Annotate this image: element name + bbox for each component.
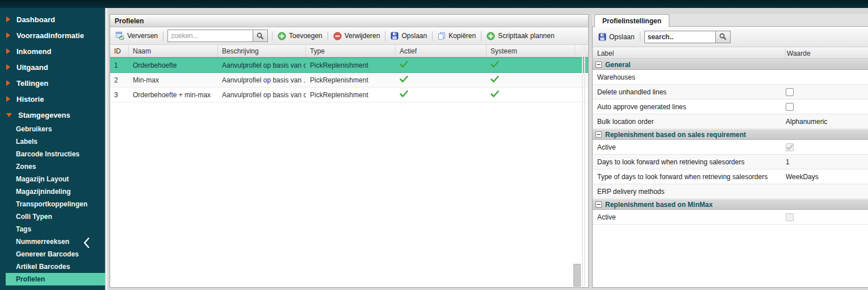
sidebar-item-barcode-instructies[interactable]: Barcode Instructies bbox=[0, 148, 105, 160]
toolbar-separator bbox=[481, 31, 481, 41]
settings-group-general[interactable]: General bbox=[593, 59, 868, 70]
setting-label: Bulk location order bbox=[593, 118, 786, 126]
settings-group-title: General bbox=[605, 61, 631, 69]
add-icon bbox=[487, 32, 495, 40]
setting-value bbox=[786, 88, 868, 96]
checkbox-delete-unhandled-lines[interactable] bbox=[786, 88, 794, 96]
refresh-icon bbox=[116, 32, 124, 40]
cell-naam: Min-max bbox=[129, 76, 218, 84]
setting-value bbox=[786, 103, 868, 111]
sidebar-item-tellingen[interactable]: Tellingen bbox=[0, 75, 105, 91]
add-icon bbox=[278, 32, 286, 40]
column-header-type[interactable]: Type bbox=[306, 45, 396, 57]
sidebar-item-gebruikers[interactable]: Gebruikers bbox=[0, 123, 105, 135]
column-header-label[interactable]: Label bbox=[593, 47, 786, 59]
sidebar-item-historie[interactable]: Historie bbox=[0, 91, 105, 107]
search-button[interactable] bbox=[253, 30, 268, 42]
check-icon bbox=[490, 61, 499, 68]
sidebar-item-label: Tellingen bbox=[16, 79, 48, 88]
check-icon bbox=[490, 76, 499, 82]
sidebar-collapse-button[interactable] bbox=[83, 237, 94, 249]
add-button[interactable]: Toevoegen bbox=[275, 31, 325, 42]
collapse-arrow-icon bbox=[6, 113, 12, 117]
schedule-script-button-label: Scripttaak plannen bbox=[498, 32, 554, 40]
sidebar-item-colli-typen[interactable]: Colli Typen bbox=[0, 210, 105, 223]
setting-label: Days to look forward when retrieving sal… bbox=[593, 158, 786, 166]
vertical-scrollbar-thumb[interactable] bbox=[573, 264, 581, 287]
profiles-search bbox=[167, 30, 268, 42]
column-header-systeem[interactable]: Systeem bbox=[487, 45, 575, 57]
add-button-label: Toevoegen bbox=[289, 32, 322, 40]
copy-icon bbox=[438, 32, 446, 40]
copy-button[interactable]: Kopiëren bbox=[435, 31, 479, 41]
column-header-naam[interactable]: Naam bbox=[129, 45, 218, 57]
column-header-beschrijving[interactable]: Beschrijving bbox=[218, 45, 306, 57]
column-header-waarde[interactable]: Waarde bbox=[786, 47, 868, 59]
sidebar-item-magazijn-layout[interactable]: Magazijn Layout bbox=[0, 173, 105, 185]
table-row[interactable]: 1OrderbehoefteAanvulprofiel op basis van… bbox=[110, 57, 588, 73]
sidebar-item-genereer-barcodes[interactable]: Genereer Barcodes bbox=[0, 248, 105, 260]
settings-group-title: Replenishment based on sales requirement bbox=[605, 131, 746, 139]
expand-arrow-icon bbox=[6, 80, 10, 86]
settings-search-input[interactable] bbox=[644, 31, 715, 43]
search-input[interactable] bbox=[167, 30, 253, 42]
setting-value: Alphanumeric bbox=[786, 118, 868, 126]
sidebar-item-voorraadinformatie[interactable]: Voorraadinformatie bbox=[0, 27, 105, 43]
tab-profielinstellingen[interactable]: Profielinstellingen bbox=[594, 14, 669, 27]
cell-systeem bbox=[487, 76, 575, 84]
collapse-minus-icon bbox=[596, 61, 602, 68]
sidebar-item-profielen[interactable]: Profielen bbox=[6, 273, 105, 285]
settings-search-button[interactable] bbox=[715, 31, 731, 43]
sidebar-item-stamgegevens[interactable]: Stamgegevens bbox=[0, 107, 105, 123]
cell-actief bbox=[396, 76, 487, 84]
sidebar-item-dashboard[interactable]: Dashboard bbox=[0, 11, 105, 27]
sidebar-item-transportkoppelingen[interactable]: Transportkoppelingen bbox=[0, 198, 105, 210]
column-header-actief[interactable]: Actief bbox=[396, 45, 487, 57]
cell-naam: Orderbehoefte bbox=[129, 61, 218, 69]
cell-actief bbox=[396, 61, 487, 69]
cell-beschrijving: Aanvulprofiel op basis van o... bbox=[218, 91, 306, 99]
save-button[interactable]: Opslaan bbox=[388, 31, 430, 41]
sidebar-item-labels[interactable]: Labels bbox=[0, 135, 105, 148]
cell-naam: Orderbehoefte + min-max bbox=[129, 91, 218, 99]
refresh-button[interactable]: Verversen bbox=[113, 31, 161, 41]
schedule-script-button[interactable]: Scripttaak plannen bbox=[484, 31, 557, 42]
table-row[interactable]: 3Orderbehoefte + min-maxAanvulprofiel op… bbox=[110, 88, 588, 102]
table-row[interactable]: 2Min-maxAanvulprofiel op basis van ...Pi… bbox=[110, 73, 588, 88]
check-icon bbox=[400, 76, 408, 82]
sidebar-item-inkomend[interactable]: Inkomend bbox=[0, 43, 105, 59]
sidebar-item-label: Uitgaand bbox=[16, 63, 48, 72]
toolbar-separator bbox=[432, 31, 433, 41]
cell-systeem bbox=[487, 61, 575, 69]
save-icon bbox=[598, 33, 606, 41]
setting-label: Delete unhandled lines bbox=[593, 88, 786, 96]
profiles-toolbar: Verversen Toevoegen bbox=[110, 27, 588, 45]
settings-row-days-to-look-forward-when-retrieving-salesorders: Days to look forward when retrieving sal… bbox=[593, 155, 868, 169]
panel-splitter[interactable] bbox=[582, 45, 583, 287]
sidebar-item-zones[interactable]: Zones bbox=[0, 160, 105, 173]
setting-label: ERP delivery methods bbox=[593, 188, 786, 196]
setting-label: Type of days to look forward when retrie… bbox=[593, 173, 786, 181]
toolbar-separator bbox=[272, 31, 272, 41]
setting-label: Active bbox=[593, 143, 786, 151]
expand-arrow-icon bbox=[6, 32, 10, 38]
column-header-id[interactable]: ID bbox=[110, 45, 129, 57]
sidebar-item-uitgaand[interactable]: Uitgaand bbox=[0, 59, 105, 75]
sidebar-item-tags[interactable]: Tags bbox=[0, 223, 105, 235]
setting-value bbox=[786, 143, 868, 151]
settings-grid-header: Label Waarde bbox=[593, 47, 868, 59]
checkbox-active bbox=[786, 213, 794, 221]
checkbox-auto-approve-generated-lines[interactable] bbox=[786, 103, 794, 111]
sidebar-item-artikel-barcodes[interactable]: Artikel Barcodes bbox=[0, 260, 105, 273]
chevron-left-icon bbox=[83, 237, 91, 249]
expand-arrow-icon bbox=[6, 96, 10, 102]
settings-group-title: Replenishment based on MinMax bbox=[605, 201, 712, 209]
sidebar-item-magazijnindeling[interactable]: Magazijnindeling bbox=[0, 185, 105, 198]
sidebar-subitems: GebruikersLabelsBarcode InstructiesZones… bbox=[0, 123, 105, 285]
check-icon bbox=[490, 90, 499, 97]
delete-button[interactable]: Verwijderen bbox=[330, 31, 383, 42]
settings-group-replenishment-based-on-minmax[interactable]: Replenishment based on MinMax bbox=[593, 199, 868, 210]
settings-group-replenishment-based-on-sales-requirement[interactable]: Replenishment based on sales requirement bbox=[593, 129, 868, 140]
settings-toolbar: Opslaan bbox=[593, 27, 868, 47]
settings-save-button[interactable]: Opslaan bbox=[596, 32, 638, 42]
